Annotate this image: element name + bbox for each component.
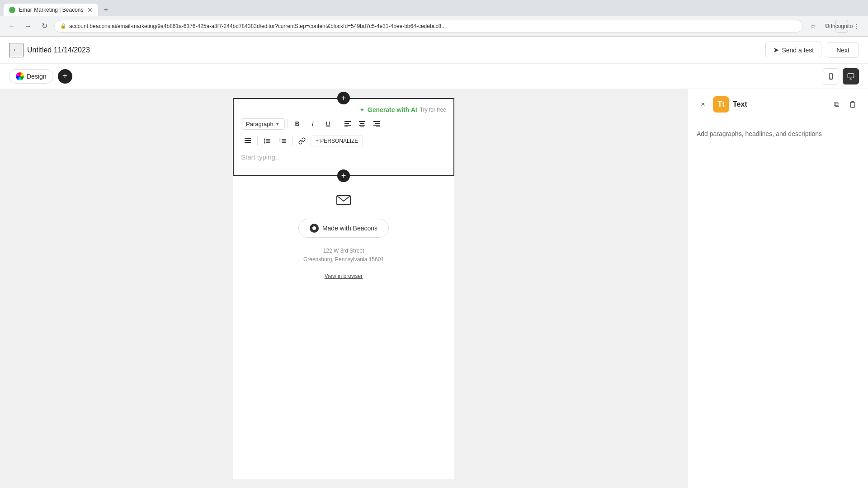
unordered-list-btn[interactable] xyxy=(260,134,274,148)
paragraph-chevron-icon: ▼ xyxy=(275,122,280,127)
align-center-btn[interactable] xyxy=(355,117,369,131)
browser-chrome: Email Marketing | Beacons ✕ + ← → ↻ 🔒 ac… xyxy=(0,0,868,37)
app-container: ← Untitled 11/14/2023 ➤ Send a test Next… xyxy=(0,37,868,488)
paragraph-select[interactable]: Paragraph ▼ xyxy=(241,118,285,130)
add-block-toolbar-btn[interactable]: + xyxy=(58,69,72,84)
ai-generate-label: Generate with AI xyxy=(368,106,417,113)
lock-icon: 🔒 xyxy=(60,23,66,29)
beacons-logo xyxy=(310,224,319,233)
url-text: account.beacons.ai/email-marketing/9a4b8… xyxy=(69,23,797,29)
svg-rect-17 xyxy=(245,138,251,139)
svg-rect-22 xyxy=(266,139,270,140)
email-footer-section: Made with Beacons 122 W 3rd Street Green… xyxy=(233,176,454,288)
panel-body: Add paragraphs, headlines, and descripti… xyxy=(688,120,868,488)
browser-tab-bar: Email Marketing | Beacons ✕ + xyxy=(0,0,868,16)
align-full-btn[interactable] xyxy=(241,134,255,148)
panel-close-btn[interactable]: × xyxy=(697,98,709,111)
mail-icon xyxy=(336,194,351,210)
design-btn[interactable]: Design xyxy=(9,69,53,84)
ai-try-label: Try for free xyxy=(420,107,446,113)
design-color-circle xyxy=(16,72,24,80)
svg-rect-15 xyxy=(373,125,380,126)
ai-sparkle-icon: ✦ xyxy=(359,106,365,113)
forward-nav-btn[interactable]: → xyxy=(22,20,34,33)
add-block-top-btn[interactable]: + xyxy=(337,92,350,104)
ai-generate-bar: ✦ Generate with AI Try for free xyxy=(241,106,446,113)
next-btn[interactable]: Next xyxy=(827,42,859,58)
profile-btn[interactable]: Incognito xyxy=(835,20,848,33)
send-test-btn[interactable]: ➤ Send a test xyxy=(765,42,821,58)
mobile-view-btn[interactable] xyxy=(823,68,839,84)
svg-point-23 xyxy=(264,141,265,142)
tab-close-btn[interactable]: ✕ xyxy=(87,6,93,14)
svg-rect-26 xyxy=(266,142,270,143)
svg-rect-6 xyxy=(344,123,349,124)
bookmark-btn[interactable]: ☆ xyxy=(807,20,819,33)
right-panel: × Tt Text ⧉ Add paragraphs, headlines, a… xyxy=(687,89,868,488)
header-actions: ➤ Send a test Next xyxy=(765,42,859,58)
main-content: + ✦ Generate with AI Try for free xyxy=(0,89,868,488)
panel-copy-btn[interactable]: ⧉ xyxy=(830,98,843,111)
address-line1: 122 W 3rd Street xyxy=(303,247,384,255)
text-block[interactable]: ✦ Generate with AI Try for free Paragrap… xyxy=(233,98,454,176)
svg-rect-14 xyxy=(375,123,380,124)
desktop-view-btn[interactable] xyxy=(843,68,859,84)
svg-rect-18 xyxy=(245,140,251,141)
add-block-bottom-btn[interactable]: + xyxy=(337,169,350,182)
send-icon: ➤ xyxy=(773,46,779,54)
panel-title: Text xyxy=(733,100,747,108)
menu-btn[interactable]: ⋮ xyxy=(850,20,863,33)
svg-point-21 xyxy=(264,139,265,140)
text-placeholder: Start typing... xyxy=(241,153,281,161)
bold-btn[interactable]: B xyxy=(291,117,304,131)
back-btn[interactable]: ← xyxy=(9,43,24,57)
svg-rect-32 xyxy=(282,142,286,143)
design-label: Design xyxy=(27,73,47,80)
made-with-beacons-label: Made with Beacons xyxy=(322,225,377,232)
view-toggle xyxy=(823,68,859,84)
text-formatting-bar-row2: 1.2.3. + PERSONALIZE xyxy=(241,134,446,148)
text-cursor xyxy=(281,154,281,161)
back-nav-btn[interactable]: ← xyxy=(5,20,18,33)
panel-icon: Tt xyxy=(713,96,729,113)
email-canvas: + ✦ Generate with AI Try for free xyxy=(233,98,454,479)
page-title: Untitled 11/14/2023 xyxy=(27,46,90,54)
svg-text:3.: 3. xyxy=(279,141,281,144)
app-header: ← Untitled 11/14/2023 ➤ Send a test Next xyxy=(0,37,868,64)
svg-rect-30 xyxy=(282,141,286,141)
ordered-list-btn[interactable]: 1.2.3. xyxy=(276,134,289,148)
align-left-btn[interactable] xyxy=(341,117,354,131)
panel-delete-btn[interactable] xyxy=(846,98,859,111)
svg-rect-20 xyxy=(245,144,251,144)
align-right-btn[interactable] xyxy=(370,117,383,131)
svg-rect-12 xyxy=(360,127,364,127)
browser-tab[interactable]: Email Marketing | Beacons ✕ xyxy=(4,4,98,16)
view-in-browser-link[interactable]: View in browser xyxy=(325,273,363,279)
address-block: 122 W 3rd Street Greensburg, Pennsylvani… xyxy=(303,247,384,264)
tab-favicon xyxy=(9,7,15,13)
panel-header: × Tt Text ⧉ xyxy=(688,89,868,120)
address-line2: Greensburg, Pennsylvania 15601 xyxy=(303,255,384,264)
text-input-area[interactable]: Start typing... xyxy=(241,150,446,168)
svg-rect-10 xyxy=(360,123,364,124)
svg-rect-5 xyxy=(344,121,351,122)
svg-rect-28 xyxy=(282,139,286,140)
format-divider-4 xyxy=(292,136,292,145)
ai-generate-btn[interactable]: ✦ Generate with AI Try for free xyxy=(359,106,446,113)
app-toolbar: Design + xyxy=(0,64,868,89)
link-btn[interactable] xyxy=(295,134,309,148)
italic-btn[interactable]: I xyxy=(306,117,320,131)
personalize-btn[interactable]: + PERSONALIZE xyxy=(311,136,363,146)
underline-btn[interactable]: U xyxy=(321,117,335,131)
address-bar[interactable]: 🔒 account.beacons.ai/email-marketing/9a4… xyxy=(54,20,803,33)
reload-nav-btn[interactable]: ↻ xyxy=(38,20,51,33)
svg-rect-2 xyxy=(848,74,854,78)
new-tab-btn[interactable]: + xyxy=(100,4,113,16)
made-with-beacons-btn[interactable]: Made with Beacons xyxy=(298,219,389,238)
format-divider-2 xyxy=(338,119,338,128)
svg-rect-7 xyxy=(344,125,351,126)
canvas-area: + ✦ Generate with AI Try for free xyxy=(0,89,687,488)
text-formatting-bar-row1: Paragraph ▼ B I U xyxy=(241,117,446,131)
svg-rect-11 xyxy=(359,125,365,126)
text-align-group xyxy=(341,117,383,131)
